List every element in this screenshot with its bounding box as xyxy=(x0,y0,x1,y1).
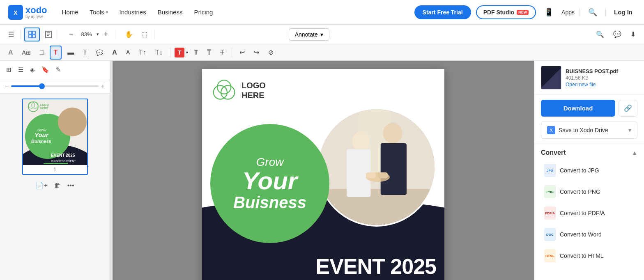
svg-text:HERE: HERE xyxy=(40,107,48,110)
panel-list-btn[interactable]: ☰ xyxy=(16,64,25,76)
nav-industries[interactable]: Industries xyxy=(115,6,151,18)
color-dropdown-icon[interactable]: ▾ xyxy=(186,50,188,55)
comment-btn[interactable]: 💬 xyxy=(610,28,625,41)
convert-to-png-item[interactable]: PNG Convert to PNG xyxy=(538,181,641,202)
zoom-out-btn[interactable]: − xyxy=(66,28,77,41)
thumb-add-page-btn[interactable]: 📄+ xyxy=(35,181,47,189)
thumbnail-size-slider[interactable] xyxy=(11,85,98,87)
save-to-xodo-drive-button[interactable]: X Save to Xodo Drive ▾ xyxy=(541,122,637,139)
text-size-down-btn[interactable]: A xyxy=(123,47,133,58)
panel-toolbar: ⊞ ☰ ◈ 🔖 ✎ xyxy=(0,61,110,79)
eraser-btn[interactable]: ⊘ xyxy=(265,46,277,59)
logo[interactable]: X xodo by apryse xyxy=(8,5,47,20)
convert-to-pdfa-item[interactable]: PDF/A Convert to PDF/A xyxy=(538,202,641,224)
subscript-btn[interactable]: T↓ xyxy=(152,46,166,59)
text-outline-btn[interactable]: T xyxy=(204,46,214,59)
slider-knob[interactable] xyxy=(39,83,45,89)
document-view-btn[interactable] xyxy=(41,28,55,41)
undo-btn[interactable]: ↩ xyxy=(236,46,248,59)
nav-business[interactable]: Business xyxy=(153,6,188,18)
pdf-logo-rings xyxy=(212,77,237,103)
copy-link-button[interactable]: 🔗 xyxy=(619,100,637,117)
text-callout-btn[interactable]: A⊞ xyxy=(19,47,34,58)
pdf-to-pdfa-icon: PDF/A xyxy=(544,207,556,220)
login-button[interactable]: Log In xyxy=(611,7,636,17)
convert-jpg-label: Convert to JPG xyxy=(560,167,599,174)
text-format-a-btn[interactable]: A xyxy=(5,46,16,59)
convert-collapse-icon[interactable]: ▲ xyxy=(632,149,637,156)
thumb-more-btn[interactable]: ••• xyxy=(67,182,74,189)
pdf-green-circle: Grow Your Buisness xyxy=(210,124,329,243)
bold-text-btn[interactable]: T xyxy=(191,46,201,59)
convert-to-html-item[interactable]: HTML Convert to HTML xyxy=(538,245,641,266)
panel-layers-btn[interactable]: ◈ xyxy=(28,64,37,76)
nav-links: Home Tools ▾ Industries Business Pricing xyxy=(57,6,411,18)
file-info: BUISNESS POST.pdf 401.56 KB Open new fil… xyxy=(534,61,644,95)
panel-grid-btn[interactable]: ⊞ xyxy=(4,64,14,76)
text-highlight-btn[interactable]: T xyxy=(50,46,62,60)
zoom-dropdown-icon[interactable]: ▾ xyxy=(97,32,99,37)
right-panel: BUISNESS POST.pdf 401.56 KB Open new fil… xyxy=(534,61,644,280)
convert-to-word-item[interactable]: DOC Convert to Word xyxy=(538,224,641,245)
panel-sign-btn[interactable]: ✎ xyxy=(54,64,63,76)
logo-sub-text: by apryse xyxy=(25,15,47,19)
slider-fill xyxy=(11,85,41,87)
page-thumbnail-1[interactable]: LOGO HERE Grow Your Buisness EVENT 2025 … xyxy=(22,99,88,175)
slider-minus-btn[interactable]: − xyxy=(5,83,9,90)
left-panel: ⊞ ☰ ◈ 🔖 ✎ − + xyxy=(0,61,110,280)
zoom-in-btn[interactable]: + xyxy=(101,28,112,41)
pdf-event-year: EVENT 2025 xyxy=(316,254,437,279)
format-divider-2 xyxy=(232,48,232,57)
svg-rect-4 xyxy=(29,35,32,38)
open-new-file-link[interactable]: Open new file xyxy=(566,82,637,87)
nav-right: Start Free Trial PDF Studio NEW 📱 Apps 🔍… xyxy=(414,5,636,19)
sidebar-toggle-btn[interactable]: ☰ xyxy=(5,28,17,41)
pdf-your-text: Your xyxy=(242,169,297,193)
nav-tools[interactable]: Tools ▾ xyxy=(85,6,113,18)
convert-word-label: Convert to Word xyxy=(560,231,602,238)
tools-dropdown-icon: ▾ xyxy=(106,10,108,14)
slider-plus-btn[interactable]: + xyxy=(101,83,105,90)
text-color-group: T ▾ xyxy=(175,48,189,57)
search-icon[interactable]: 🔍 xyxy=(585,6,600,18)
highlight-btn[interactable]: ▬ xyxy=(64,46,77,59)
toolbar-divider-1 xyxy=(21,30,21,39)
text-strike-btn[interactable]: T xyxy=(217,46,228,59)
svg-text:Your: Your xyxy=(34,131,49,138)
apps-label: Apps xyxy=(561,9,575,16)
mobile-icon[interactable]: 📱 xyxy=(541,6,557,18)
convert-header: Convert ▲ xyxy=(534,144,644,160)
pan-tool-btn[interactable]: ✋ xyxy=(122,28,136,41)
nav-home[interactable]: Home xyxy=(57,6,83,18)
thumb-delete-btn[interactable]: 🗑 xyxy=(54,182,61,189)
start-trial-button[interactable]: Start Free Trial xyxy=(414,5,471,19)
pdf-studio-button[interactable]: PDF Studio NEW xyxy=(476,5,536,19)
text-color-btn[interactable]: T xyxy=(175,48,185,57)
pdf-to-jpg-icon: JPG xyxy=(544,164,556,177)
convert-to-jpg-item[interactable]: JPG Convert to JPG xyxy=(538,160,641,181)
convert-section: Convert ▲ JPG Convert to JPG PNG Convert… xyxy=(534,144,644,280)
nav-pricing[interactable]: Pricing xyxy=(189,6,218,18)
thumbnail-view-btn[interactable] xyxy=(24,28,40,41)
annotate-dropdown-btn[interactable]: Annotate ▾ xyxy=(289,28,329,41)
pdf-canvas: LOGO HERE xyxy=(113,61,534,280)
annotate-chevron-icon: ▾ xyxy=(320,31,323,38)
superscript-btn[interactable]: T↑ xyxy=(136,46,150,59)
svg-text:Buisness: Buisness xyxy=(31,139,51,144)
rect-btn[interactable]: □ xyxy=(37,46,47,59)
download-button[interactable]: Download xyxy=(541,100,615,117)
select-tool-btn[interactable]: ⬚ xyxy=(138,28,151,41)
redo-btn[interactable]: ↪ xyxy=(251,46,262,59)
search-toolbar-btn[interactable]: 🔍 xyxy=(593,28,607,41)
convert-title: Convert xyxy=(541,149,566,156)
panel-bookmark-btn[interactable]: 🔖 xyxy=(39,64,51,76)
toolbar-divider-4 xyxy=(154,30,154,39)
pdf-grow-text: Grow xyxy=(256,156,284,169)
thumb-actions: 📄+ 🗑 ••• xyxy=(32,178,77,193)
underline-btn[interactable]: T̲ xyxy=(80,46,90,59)
text-size-up-btn[interactable]: A xyxy=(109,46,120,59)
download-toolbar-btn[interactable]: ⬇ xyxy=(627,28,639,41)
comment-add-btn[interactable]: 💬 xyxy=(93,47,106,58)
pdf-business-text: Buisness xyxy=(233,193,306,212)
top-nav: X xodo by apryse Home Tools ▾ Industries… xyxy=(0,0,644,25)
